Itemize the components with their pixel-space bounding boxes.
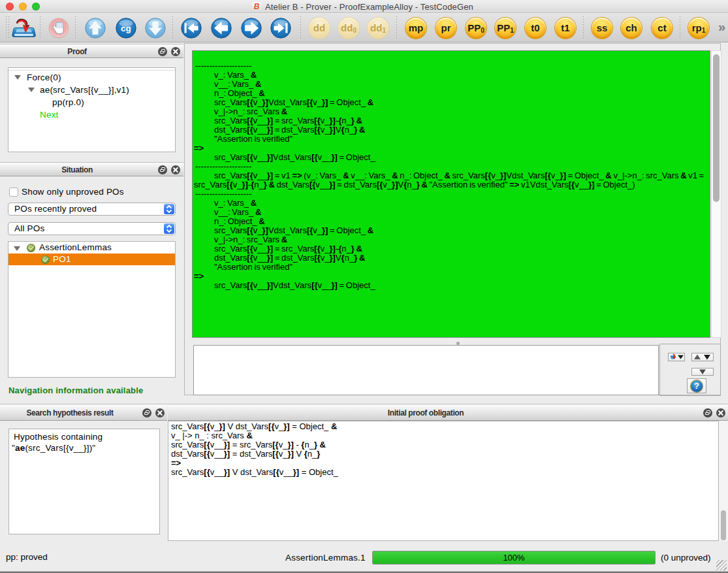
svg-text:cg: cg xyxy=(121,24,131,33)
